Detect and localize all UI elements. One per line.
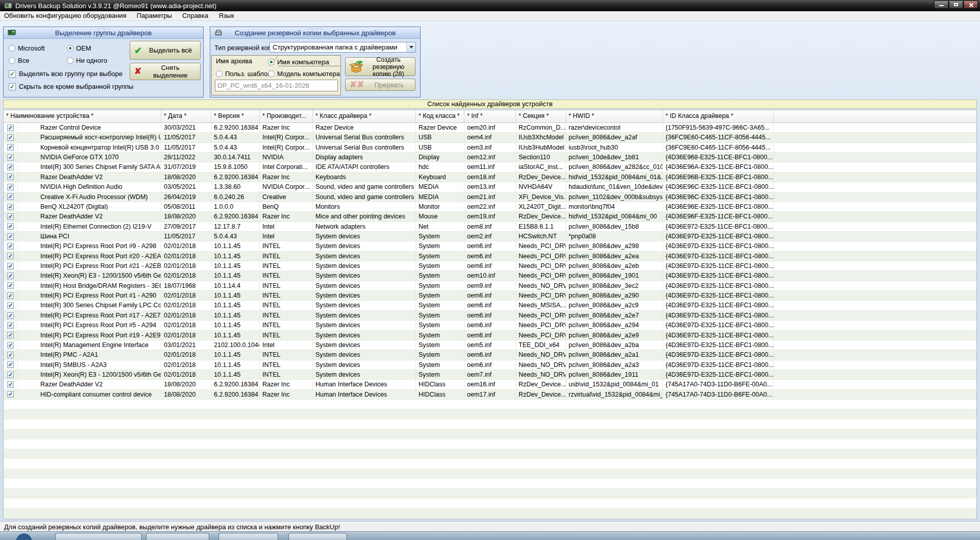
row-checkbox[interactable]: ✓ — [4, 311, 18, 320]
checkbox-hide-others[interactable]: ✓ Скрыть все кроме выбранной группы — [9, 83, 133, 90]
radio-computer-model[interactable]: Модель компьютера — [268, 70, 340, 78]
row-checkbox[interactable]: ✓ — [4, 281, 18, 290]
table-row[interactable]: ✓Intel(R) Host Bridge/DRAM Registers - 3… — [4, 281, 976, 291]
table-row[interactable]: ✓Razer DeathAdder V218/08/20206.2.9200.1… — [4, 380, 976, 389]
abort-button[interactable]: ✘✘ Прервать — [345, 79, 415, 91]
radio-computer-name[interactable]: Имя компьютера — [268, 58, 329, 66]
radio-oem[interactable]: OEM — [67, 44, 91, 52]
table-row[interactable]: ✓Creative X-Fi Audio Processor (WDM)26/0… — [4, 192, 976, 202]
table-row[interactable]: ✓Razer DeathAdder V218/08/20206.2.9200.1… — [4, 212, 976, 222]
cell-manufacturer: INTEL — [260, 261, 313, 271]
row-checkbox[interactable]: ✓ — [4, 212, 18, 221]
table-row[interactable]: ✓Расширяемый хост-контроллер Intel(R) US… — [4, 133, 976, 142]
table-row[interactable]: ✓Intel(R) PCI Express Root Port #20 - A2… — [4, 252, 976, 261]
close-button[interactable] — [964, 1, 978, 9]
table-row[interactable]: ✓HID-compliant consumer control device18… — [4, 390, 976, 400]
row-checkbox[interactable]: ✓ — [4, 331, 18, 340]
table-row[interactable]: ✓BenQ XL2420T (Digital)05/08/20111.0.0.0… — [4, 202, 976, 212]
taskbar-button[interactable] — [55, 533, 142, 540]
table-row[interactable]: ✓Intel(R) PCI Express Root Port #21 - A2… — [4, 261, 976, 271]
radio-user-template[interactable]: Польз. шаблон — [216, 70, 272, 78]
menu-item-4[interactable]: Язык — [213, 11, 239, 20]
row-checkbox[interactable]: ✓ — [4, 232, 18, 241]
row-checkbox[interactable]: ✓ — [4, 153, 18, 162]
row-checkbox[interactable]: ✓ — [4, 360, 18, 370]
row-checkbox[interactable]: ✓ — [4, 301, 18, 310]
row-checkbox[interactable]: ✓ — [4, 241, 18, 251]
table-row[interactable]: ✓Intel(R) PCI Express Root Port #9 - A29… — [4, 241, 976, 251]
column-header-device-name[interactable]: * Наименование устройства * — [4, 110, 161, 122]
create-backup-button[interactable]: Создать резервную копию (28) — [345, 57, 415, 76]
select-all-button[interactable]: ✔ Выделить всё — [130, 41, 201, 60]
row-checkbox[interactable]: ✓ — [4, 173, 18, 182]
menu-item-1[interactable]: Обновить конфигурацию оборудования — [0, 11, 132, 20]
column-header-date[interactable]: * Дата * — [161, 110, 211, 122]
table-row[interactable]: ✓Корневой концентратор Intel(R) USB 3.01… — [4, 143, 976, 153]
row-checkbox[interactable]: ✓ — [4, 202, 18, 211]
table-row[interactable]: ✓Intel(R) PCI Express Root Port #5 - A29… — [4, 321, 976, 330]
row-checkbox[interactable]: ✓ — [4, 182, 18, 191]
column-header-driver-class[interactable]: * Класс драйвера * — [313, 110, 416, 122]
column-header-inf[interactable]: * Inf * — [464, 110, 516, 122]
archive-name-input[interactable] — [215, 80, 338, 91]
row-checkbox[interactable]: ✓ — [4, 133, 18, 142]
panel-grip[interactable]: ......... — [95, 26, 112, 29]
table-row[interactable]: ✓Intel(R) Ethernet Connection (2) I219-V… — [4, 222, 976, 232]
table-row[interactable]: ✓Razer Control Device30/03/20216.2.9200.… — [4, 123, 976, 133]
radio-all[interactable]: Все — [9, 57, 29, 64]
table-row[interactable]: ✓Intel(R) PMC - A2A102/01/201810.1.1.45I… — [4, 350, 976, 360]
backup-type-combobox[interactable]: Структурированная папка с драйверами — [270, 42, 416, 53]
table-row[interactable]: ✓Intel(R) Xeon(R) E3 - 1200/1500 v5/6th … — [4, 370, 976, 380]
row-checkbox[interactable]: ✓ — [4, 143, 18, 152]
checkbox-select-whole-group[interactable]: ✓ Выделять всю группу при выборе — [9, 70, 122, 78]
table-row[interactable]: ✓Intel(R) PCI Express Root Port #17 - A2… — [4, 311, 976, 321]
table-row[interactable]: ✓Razer DeathAdder V218/08/20206.2.9200.1… — [4, 173, 976, 182]
taskbar-button[interactable] — [288, 533, 347, 540]
row-checkbox[interactable]: ✓ — [4, 380, 18, 389]
taskbar-button[interactable] — [218, 533, 278, 540]
row-checkbox[interactable]: ✓ — [4, 222, 18, 231]
row-checkbox[interactable]: ✓ — [4, 321, 18, 330]
table-row[interactable]: ✓NVIDIA GeForce GTX 107028/11/202230.0.1… — [4, 153, 976, 162]
menu-item-3[interactable]: Справка — [177, 11, 213, 20]
table-row[interactable]: ✓Intel(R) 300 Series Chipset Family LPC … — [4, 301, 976, 310]
menu-item-2[interactable]: Параметры — [132, 11, 177, 20]
radio-microsoft[interactable]: Microsoft — [9, 44, 45, 52]
deselect-button[interactable]: ✘ Снять выделение — [130, 63, 201, 80]
column-header-manufacturer[interactable]: * Производит... — [260, 110, 313, 122]
table-row[interactable]: ✓Intel(R) Management Engine Interface03/… — [4, 340, 976, 350]
row-checkbox[interactable]: ✓ — [4, 340, 18, 350]
column-header-version[interactable]: * Версия * — [211, 110, 260, 122]
row-checkbox[interactable]: ✓ — [4, 162, 18, 171]
table-row[interactable]: ✓Intel(R) SMBUS - A2A302/01/201810.1.1.4… — [4, 360, 976, 370]
row-checkbox[interactable]: ✓ — [4, 291, 18, 300]
maximize-button[interactable] — [949, 1, 963, 9]
row-checkbox[interactable]: ✓ — [4, 123, 18, 132]
table-row[interactable]: ✓Шина PCI11/05/20175.0.4.43IntelSystem d… — [4, 232, 976, 241]
minimize-button[interactable] — [934, 1, 948, 9]
panel-grip[interactable]: ......... — [307, 26, 324, 29]
table-row[interactable]: ✓NVIDIA High Definition Audio03/05/20211… — [4, 182, 976, 192]
cell-class-code: Monitor — [416, 202, 464, 211]
table-row[interactable]: ✓Intel(R) PCI Express Root Port #1 - A29… — [4, 291, 976, 301]
row-checkbox[interactable]: ✓ — [4, 271, 18, 280]
taskbar-button[interactable] — [146, 533, 209, 540]
chevron-down-icon[interactable] — [406, 42, 415, 52]
row-checkbox[interactable]: ✓ — [4, 192, 18, 202]
row-checkbox[interactable]: ✓ — [4, 350, 18, 359]
row-checkbox[interactable]: ✓ — [4, 252, 18, 261]
table-row[interactable]: ✓Intel(R) 300 Series Chipset Family SATA… — [4, 162, 976, 172]
radio-none[interactable]: Ни одного — [67, 57, 107, 64]
table-row[interactable]: ✓Intel(R) Xeon(R) E3 - 1200/1500 v5/6th … — [4, 271, 976, 281]
table-row[interactable]: ✓Intel(R) PCI Express Root Port #19 - A2… — [4, 331, 976, 340]
row-checkbox[interactable]: ✓ — [4, 390, 18, 399]
column-header-section[interactable]: * Секция * — [516, 110, 566, 122]
column-header-hwid[interactable]: * HWID * — [566, 110, 663, 122]
column-header-class-id[interactable]: * ID Класса драйвера * — [663, 110, 774, 122]
cell-driver-class: Sound, video and game controllers — [313, 192, 416, 202]
start-button[interactable] — [15, 533, 33, 540]
row-checkbox[interactable]: ✓ — [4, 370, 18, 379]
cell-class-code: System — [416, 301, 464, 310]
row-checkbox[interactable]: ✓ — [4, 261, 18, 271]
column-header-class-code[interactable]: * Код класса * — [416, 110, 464, 122]
